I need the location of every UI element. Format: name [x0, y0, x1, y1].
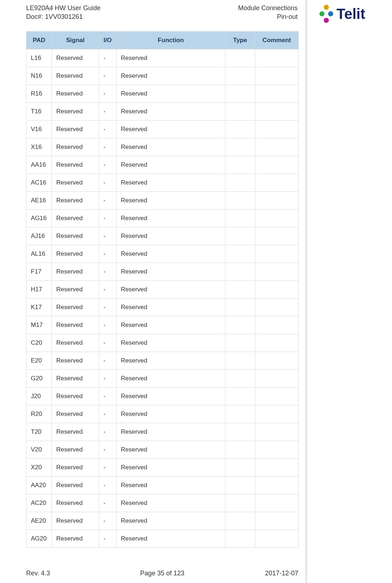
cell-pad: V20: [26, 441, 52, 459]
cell-signal: Reserved: [52, 352, 99, 370]
cell-io: -: [99, 494, 117, 512]
cell-function: Reserved: [117, 512, 225, 530]
table-row: J20Reserved-Reserved: [26, 388, 299, 405]
cell-io: -: [99, 512, 117, 530]
cell-comment: [255, 512, 299, 530]
table-row: R20Reserved-Reserved: [26, 405, 299, 423]
cell-type: [225, 245, 255, 263]
svg-point-2: [328, 11, 333, 16]
subsection-title: Pin-out: [203, 12, 298, 21]
cell-pad: N16: [26, 67, 52, 85]
cell-signal: Reserved: [52, 477, 99, 494]
cell-comment: [255, 477, 299, 494]
section-title: Module Connections: [203, 4, 298, 12]
cell-signal: Reserved: [52, 49, 99, 67]
cell-function: Reserved: [117, 49, 225, 67]
col-header-pad: PAD: [26, 32, 52, 49]
cell-pad: J20: [26, 388, 52, 405]
cell-type: [225, 423, 255, 441]
table-row: AJ16Reserved-Reserved: [26, 227, 299, 245]
table-row: R16Reserved-Reserved: [26, 85, 299, 103]
svg-point-3: [324, 18, 329, 23]
table-row: X16Reserved-Reserved: [26, 138, 299, 156]
cell-io: -: [99, 281, 117, 299]
svg-point-1: [319, 11, 324, 16]
brand-logo: Telit: [318, 3, 387, 25]
cell-io: -: [99, 156, 117, 174]
cell-io: -: [99, 530, 117, 548]
cell-function: Reserved: [117, 174, 225, 192]
cell-function: Reserved: [117, 210, 225, 227]
cell-type: [225, 388, 255, 405]
cell-pad: G20: [26, 370, 52, 388]
cell-io: -: [99, 441, 117, 459]
cell-pad: AE16: [26, 192, 52, 210]
document-page: LE920A4 HW User Guide Doc#: 1VV0301261 M…: [0, 0, 392, 583]
cell-pad: C20: [26, 334, 52, 352]
cell-pad: AJ16: [26, 227, 52, 245]
cell-comment: [255, 174, 299, 192]
table-row: M17Reserved-Reserved: [26, 316, 299, 334]
cell-pad: R16: [26, 85, 52, 103]
table-row: V20Reserved-Reserved: [26, 441, 299, 459]
table-row: AA16Reserved-Reserved: [26, 156, 299, 174]
cell-comment: [255, 530, 299, 548]
cell-comment: [255, 49, 299, 67]
cell-function: Reserved: [117, 334, 225, 352]
cell-type: [225, 49, 255, 67]
cell-comment: [255, 281, 299, 299]
cell-signal: Reserved: [52, 103, 99, 121]
table-row: F17Reserved-Reserved: [26, 263, 299, 281]
cell-io: -: [99, 210, 117, 227]
cell-function: Reserved: [117, 494, 225, 512]
cell-signal: Reserved: [52, 316, 99, 334]
footer-page-number: Page 35 of 123: [26, 570, 298, 577]
table-row: T20Reserved-Reserved: [26, 423, 299, 441]
table-row: T16Reserved-Reserved: [26, 103, 299, 121]
table-row: K17Reserved-Reserved: [26, 299, 299, 316]
cell-io: -: [99, 49, 117, 67]
cell-io: -: [99, 67, 117, 85]
cell-signal: Reserved: [52, 174, 99, 192]
cell-pad: AG20: [26, 530, 52, 548]
table-row: AC20Reserved-Reserved: [26, 494, 299, 512]
cell-comment: [255, 352, 299, 370]
cell-io: -: [99, 245, 117, 263]
cell-signal: Reserved: [52, 512, 99, 530]
footer-date: 2017-12-07: [265, 570, 298, 577]
cell-io: -: [99, 459, 117, 477]
table-body: L16Reserved-ReservedN16Reserved-Reserved…: [26, 49, 299, 548]
cell-type: [225, 459, 255, 477]
cell-function: Reserved: [117, 459, 225, 477]
cell-comment: [255, 156, 299, 174]
table-row: AG20Reserved-Reserved: [26, 530, 299, 548]
cell-function: Reserved: [117, 192, 225, 210]
cell-type: [225, 103, 255, 121]
cell-function: Reserved: [117, 138, 225, 156]
col-header-signal: Signal: [52, 32, 99, 49]
cell-comment: [255, 263, 299, 281]
cell-pad: AA16: [26, 156, 52, 174]
cell-type: [225, 334, 255, 352]
cell-pad: V16: [26, 121, 52, 138]
table-header-row: PAD Signal I/O Function Type Comment: [26, 32, 299, 49]
cell-pad: E20: [26, 352, 52, 370]
cell-comment: [255, 494, 299, 512]
col-header-type: Type: [225, 32, 255, 49]
cell-comment: [255, 388, 299, 405]
cell-pad: AG16: [26, 210, 52, 227]
cell-type: [225, 316, 255, 334]
cell-function: Reserved: [117, 477, 225, 494]
cell-io: -: [99, 316, 117, 334]
cell-io: -: [99, 388, 117, 405]
cell-signal: Reserved: [52, 405, 99, 423]
cell-pad: T20: [26, 423, 52, 441]
cell-type: [225, 281, 255, 299]
cell-io: -: [99, 352, 117, 370]
cell-io: -: [99, 370, 117, 388]
cell-io: -: [99, 299, 117, 316]
cell-pad: AA20: [26, 477, 52, 494]
cell-io: -: [99, 192, 117, 210]
cell-function: Reserved: [117, 441, 225, 459]
cell-type: [225, 67, 255, 85]
